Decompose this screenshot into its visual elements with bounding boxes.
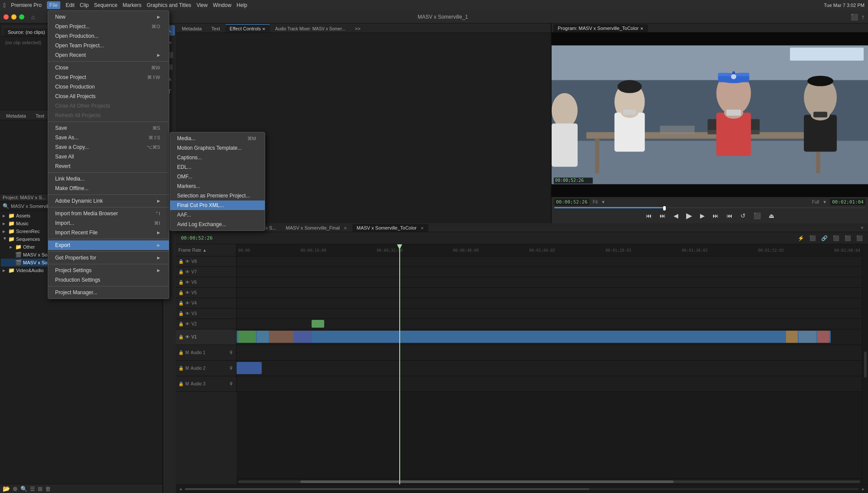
fit-dropdown-icon[interactable]: ▼: [601, 200, 605, 204]
new-bin-icon[interactable]: 📂: [3, 485, 10, 492]
tl-link-icon[interactable]: 🔗: [819, 234, 829, 242]
menu-item-save-all[interactable]: Save All: [48, 152, 169, 161]
share-icon[interactable]: ⬛: [851, 13, 858, 20]
icon-view-icon[interactable]: ⊞: [38, 486, 43, 492]
export-item-avid-log-exchange[interactable]: Avid Log Exchange...: [170, 220, 265, 229]
menu-item-close-production[interactable]: Close Production: [48, 82, 169, 92]
lock-icon[interactable]: 🔒: [178, 350, 184, 355]
eye-icon[interactable]: 👁: [185, 259, 190, 264]
tl-snapping-icon[interactable]: ⬛: [808, 234, 818, 242]
lock-icon[interactable]: 🔒: [178, 301, 184, 306]
mic-icon[interactable]: 🎙: [229, 350, 233, 355]
home-icon[interactable]: ⌂: [31, 13, 35, 20]
h-scrollbar-thumb[interactable]: [300, 480, 674, 483]
menu-item-project-settings[interactable]: Project Settings: [48, 266, 169, 275]
go-to-out-button[interactable]: ⏮: [725, 211, 734, 220]
ec-tab-text[interactable]: Text: [31, 112, 49, 120]
ec-tab-metadata[interactable]: Metadata: [2, 112, 30, 120]
menu-item-revert[interactable]: Revert: [48, 161, 169, 171]
tl-settings[interactable]: ⬛: [843, 234, 853, 242]
eye-icon[interactable]: 👁: [185, 322, 190, 326]
prev-frame-button[interactable]: ◀: [672, 211, 680, 220]
tl-expand[interactable]: ⬛: [855, 234, 865, 242]
tl-add-marker[interactable]: ⬛: [831, 234, 841, 242]
next-frame-button[interactable]: ▶: [698, 211, 707, 220]
lock-icon[interactable]: 🔒: [178, 322, 184, 326]
tab-audio-mixer[interactable]: Audio Track Mixer: MASV x Somer...: [271, 25, 350, 33]
lock-icon[interactable]: 🔒: [178, 290, 184, 295]
v1-main-clip[interactable]: [237, 331, 831, 343]
timeline-ruler[interactable]: 00:00 00:00;16:00 00:00;32:00 00:00;48:0…: [237, 244, 862, 256]
menu-item-make-offline[interactable]: Make Offline...: [48, 184, 169, 193]
export-item-captions[interactable]: Captions...: [170, 153, 265, 162]
tl-filter-icon[interactable]: ⚡: [796, 234, 806, 242]
program-scrubber[interactable]: [554, 207, 865, 208]
menu-item-open-production[interactable]: Open Production...: [48, 31, 169, 41]
list-view-icon[interactable]: ☰: [30, 486, 35, 492]
export-item-aaf[interactable]: AAF...: [170, 210, 265, 220]
upload-icon[interactable]: ↑: [861, 13, 865, 20]
lock-icon[interactable]: 🔒: [178, 335, 184, 339]
menu-edit[interactable]: Edit: [66, 2, 75, 8]
menu-file[interactable]: File: [47, 1, 60, 9]
menu-item-open-team-project[interactable]: Open Team Project...: [48, 41, 169, 50]
eye-icon[interactable]: 👁: [185, 335, 190, 339]
menu-item-save[interactable]: Save ⌘S: [48, 123, 169, 133]
mute-icon[interactable]: M: [185, 366, 189, 371]
lock-icon[interactable]: 🔒: [178, 311, 184, 316]
lock-icon[interactable]: 🔒: [178, 259, 184, 264]
v-scrollbar-thumb[interactable]: [864, 352, 867, 378]
full-dropdown-icon[interactable]: ▼: [822, 200, 827, 204]
menu-item-save-copy[interactable]: Save a Copy... ⌥⌘S: [48, 142, 169, 152]
scrubber-handle[interactable]: [663, 206, 666, 210]
close-button[interactable]: [3, 14, 9, 20]
tab-text[interactable]: Text: [207, 25, 224, 33]
apple-menu[interactable]: : [3, 2, 6, 9]
menu-item-project-manager[interactable]: Project Manager...: [48, 288, 169, 297]
new-item-icon[interactable]: ⊕: [13, 485, 18, 492]
mute-icon[interactable]: M: [185, 350, 189, 355]
menu-item-close[interactable]: Close ⌘W: [48, 63, 169, 72]
timeline-zoom-bar[interactable]: [185, 488, 858, 490]
lock-icon[interactable]: 🔒: [178, 270, 184, 274]
search-project-icon[interactable]: 🔍: [20, 486, 27, 492]
menu-item-close-all[interactable]: Close All Projects: [48, 92, 169, 101]
tab-final[interactable]: MASV x Somerville_Final ✕: [282, 224, 352, 232]
fullscreen-button[interactable]: [19, 14, 24, 20]
menu-sequence[interactable]: Sequence: [94, 2, 118, 8]
program-timecode-left[interactable]: 00:00;52:26: [554, 199, 589, 205]
play-stop-button[interactable]: ▶: [684, 210, 694, 221]
export-item-final-cut-pro-xml[interactable]: Final Cut Pro XML...: [170, 200, 265, 210]
mute-icon[interactable]: M: [185, 381, 189, 386]
lock-icon[interactable]: 🔒: [178, 280, 184, 285]
step-forward-button[interactable]: ⏭: [711, 211, 720, 220]
export-frame-button[interactable]: ⏏: [767, 211, 776, 220]
menu-window[interactable]: Window: [213, 2, 231, 8]
menu-item-get-properties[interactable]: Get Properties for: [48, 253, 169, 263]
eye-icon[interactable]: 👁: [185, 280, 190, 285]
menu-premiere-pro[interactable]: Premiere Pro: [11, 2, 42, 8]
timeline-scroll-bar[interactable]: [237, 478, 862, 484]
eye-icon[interactable]: 👁: [185, 290, 190, 295]
add-marker-button[interactable]: ⬛: [752, 211, 763, 220]
audio2-clip[interactable]: [237, 362, 262, 374]
menu-item-link-media[interactable]: Link Media...: [48, 174, 169, 184]
menu-view[interactable]: View: [197, 2, 208, 8]
menu-item-import-media-browser[interactable]: Import from Media Browser ⌃I: [48, 209, 169, 218]
minimize-button[interactable]: [11, 14, 16, 20]
menu-item-production-settings[interactable]: Production Settings: [48, 275, 169, 285]
menu-markers[interactable]: Markers: [123, 2, 141, 8]
loop-button[interactable]: ↺: [739, 211, 747, 220]
delete-icon[interactable]: 🗑: [45, 486, 51, 492]
menu-item-import[interactable]: Import... ⌘I: [48, 218, 169, 228]
export-item-media[interactable]: Media... ⌘M: [170, 134, 265, 143]
go-to-in-button[interactable]: ⏮: [644, 211, 654, 220]
export-submenu[interactable]: Media... ⌘M Motion Graphics Template... …: [170, 132, 265, 231]
menu-item-dynamic-link[interactable]: Adobe Dynamic Link: [48, 196, 169, 206]
mic-icon[interactable]: 🎙: [229, 366, 233, 371]
export-item-omf[interactable]: OMF...: [170, 172, 265, 181]
tab-metadata[interactable]: Metadata: [178, 25, 206, 33]
menu-item-import-recent[interactable]: Import Recent File: [48, 228, 169, 237]
program-tab-active[interactable]: Program: MASV x Somerville_ToColor ✕: [553, 24, 648, 32]
tab-more-panels[interactable]: >>: [351, 25, 365, 33]
